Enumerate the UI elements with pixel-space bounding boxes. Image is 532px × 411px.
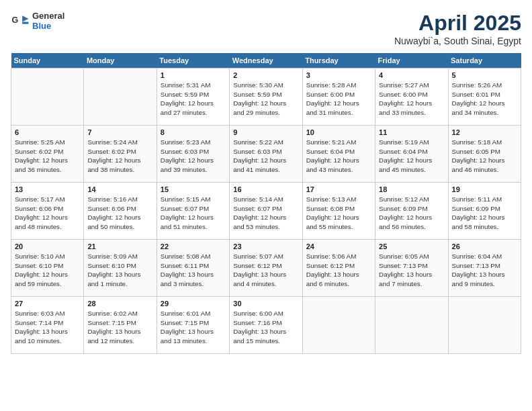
day-info: Sunrise: 5:27 AMSunset: 6:00 PMDaylight:…	[379, 81, 444, 118]
day-number: 24	[306, 242, 371, 250]
day-number: 30	[233, 300, 298, 308]
day-number: 21	[87, 242, 152, 250]
header-wednesday: Wednesday	[230, 53, 302, 68]
table-row	[84, 68, 157, 126]
day-number: 4	[379, 71, 444, 79]
day-info: Sunrise: 5:31 AMSunset: 5:59 PMDaylight:…	[161, 81, 226, 118]
table-row: 3Sunrise: 5:28 AMSunset: 6:00 PMDaylight…	[302, 68, 375, 126]
day-info: Sunrise: 5:15 AMSunset: 6:07 PMDaylight:…	[161, 195, 226, 232]
day-info: Sunrise: 5:07 AMSunset: 6:12 PMDaylight:…	[233, 252, 298, 289]
day-info: Sunrise: 5:25 AMSunset: 6:02 PMDaylight:…	[15, 138, 80, 175]
table-row: 12Sunrise: 5:18 AMSunset: 6:05 PMDayligh…	[448, 126, 521, 183]
day-info: Sunrise: 5:24 AMSunset: 6:02 PMDaylight:…	[87, 138, 152, 175]
table-row: 15Sunrise: 5:15 AMSunset: 6:07 PMDayligh…	[157, 183, 229, 240]
day-number: 19	[452, 185, 517, 193]
table-row: 27Sunrise: 6:03 AMSunset: 7:14 PMDayligh…	[11, 297, 84, 354]
title-block: April 2025 Nuwaybi`a, South Sinai, Egypt	[394, 11, 521, 46]
calendar-week-row: 27Sunrise: 6:03 AMSunset: 7:14 PMDayligh…	[11, 297, 521, 354]
day-info: Sunrise: 5:17 AMSunset: 6:06 PMDaylight:…	[15, 195, 80, 232]
day-info: Sunrise: 5:22 AMSunset: 6:03 PMDaylight:…	[233, 138, 298, 175]
svg-text:G: G	[12, 15, 19, 25]
day-number: 22	[161, 242, 226, 250]
day-info: Sunrise: 6:00 AMSunset: 7:16 PMDaylight:…	[233, 309, 298, 346]
day-info: Sunrise: 6:02 AMSunset: 7:15 PMDaylight:…	[87, 309, 152, 346]
logo-blue: Blue	[32, 21, 64, 31]
table-row: 6Sunrise: 5:25 AMSunset: 6:02 PMDaylight…	[11, 126, 84, 183]
table-row: 14Sunrise: 5:16 AMSunset: 6:06 PMDayligh…	[84, 183, 157, 240]
day-number: 10	[306, 128, 371, 136]
logo-text: General Blue	[32, 11, 64, 31]
table-row: 19Sunrise: 5:11 AMSunset: 6:09 PMDayligh…	[448, 183, 521, 240]
day-number: 28	[87, 300, 152, 308]
day-number: 17	[306, 185, 371, 193]
table-row: 7Sunrise: 5:24 AMSunset: 6:02 PMDaylight…	[84, 126, 157, 183]
logo: G General Blue	[11, 11, 64, 31]
calendar-table: Sunday Monday Tuesday Wednesday Thursday…	[11, 53, 521, 354]
table-row: 5Sunrise: 5:26 AMSunset: 6:01 PMDaylight…	[448, 68, 521, 126]
day-number: 12	[452, 128, 517, 136]
table-row	[11, 68, 84, 126]
day-number: 23	[233, 242, 298, 250]
day-number: 8	[161, 128, 226, 136]
header-tuesday: Tuesday	[157, 53, 229, 68]
day-number: 11	[379, 128, 444, 136]
day-info: Sunrise: 6:01 AMSunset: 7:15 PMDaylight:…	[161, 309, 226, 346]
day-number: 14	[87, 185, 152, 193]
table-row: 11Sunrise: 5:19 AMSunset: 6:04 PMDayligh…	[375, 126, 448, 183]
weekday-header-row: Sunday Monday Tuesday Wednesday Thursday…	[11, 53, 521, 68]
table-row: 18Sunrise: 5:12 AMSunset: 6:09 PMDayligh…	[375, 183, 448, 240]
table-row: 26Sunrise: 6:04 AMSunset: 7:13 PMDayligh…	[448, 240, 521, 297]
calendar-week-row: 1Sunrise: 5:31 AMSunset: 5:59 PMDaylight…	[11, 68, 521, 126]
table-row: 17Sunrise: 5:13 AMSunset: 6:08 PMDayligh…	[302, 183, 375, 240]
header-monday: Monday	[84, 53, 157, 68]
table-row: 9Sunrise: 5:22 AMSunset: 6:03 PMDaylight…	[230, 126, 302, 183]
table-row: 23Sunrise: 5:07 AMSunset: 6:12 PMDayligh…	[230, 240, 302, 297]
table-row: 1Sunrise: 5:31 AMSunset: 5:59 PMDaylight…	[157, 68, 229, 126]
day-info: Sunrise: 6:05 AMSunset: 7:13 PMDaylight:…	[379, 252, 444, 289]
day-number: 16	[233, 185, 298, 193]
day-number: 15	[161, 185, 226, 193]
header-saturday: Saturday	[448, 53, 521, 68]
logo-general: General	[32, 11, 64, 21]
table-row: 28Sunrise: 6:02 AMSunset: 7:15 PMDayligh…	[84, 297, 157, 354]
day-info: Sunrise: 5:12 AMSunset: 6:09 PMDaylight:…	[379, 195, 444, 232]
day-info: Sunrise: 5:26 AMSunset: 6:01 PMDaylight:…	[452, 81, 517, 118]
day-info: Sunrise: 5:11 AMSunset: 6:09 PMDaylight:…	[452, 195, 517, 232]
day-number: 26	[452, 242, 517, 250]
day-info: Sunrise: 5:30 AMSunset: 5:59 PMDaylight:…	[233, 81, 298, 118]
table-row: 22Sunrise: 5:08 AMSunset: 6:11 PMDayligh…	[157, 240, 229, 297]
day-number: 7	[87, 128, 152, 136]
day-info: Sunrise: 5:10 AMSunset: 6:10 PMDaylight:…	[15, 252, 80, 289]
table-row: 2Sunrise: 5:30 AMSunset: 5:59 PMDaylight…	[230, 68, 302, 126]
day-number: 1	[161, 71, 226, 79]
day-number: 6	[15, 128, 80, 136]
day-number: 9	[233, 128, 298, 136]
day-info: Sunrise: 5:08 AMSunset: 6:11 PMDaylight:…	[161, 252, 226, 289]
day-info: Sunrise: 6:03 AMSunset: 7:14 PMDaylight:…	[15, 309, 80, 346]
day-number: 25	[379, 242, 444, 250]
svg-rect-3	[22, 22, 28, 24]
header-sunday: Sunday	[11, 53, 84, 68]
day-number: 13	[15, 185, 80, 193]
day-info: Sunrise: 5:23 AMSunset: 6:03 PMDaylight:…	[161, 138, 226, 175]
day-info: Sunrise: 5:28 AMSunset: 6:00 PMDaylight:…	[306, 81, 371, 118]
table-row: 29Sunrise: 6:01 AMSunset: 7:15 PMDayligh…	[157, 297, 229, 354]
logo-icon: G	[11, 11, 30, 30]
table-row: 25Sunrise: 6:05 AMSunset: 7:13 PMDayligh…	[375, 240, 448, 297]
table-row: 21Sunrise: 5:09 AMSunset: 6:10 PMDayligh…	[84, 240, 157, 297]
page-header: G General Blue April 2025 Nuwaybi`a, Sou…	[11, 11, 521, 46]
header-friday: Friday	[375, 53, 448, 68]
table-row: 24Sunrise: 5:06 AMSunset: 6:12 PMDayligh…	[302, 240, 375, 297]
location-title: Nuwaybi`a, South Sinai, Egypt	[394, 36, 521, 46]
header-thursday: Thursday	[302, 53, 375, 68]
day-number: 29	[161, 300, 226, 308]
table-row	[302, 297, 375, 354]
day-info: Sunrise: 6:04 AMSunset: 7:13 PMDaylight:…	[452, 252, 517, 289]
calendar-week-row: 6Sunrise: 5:25 AMSunset: 6:02 PMDaylight…	[11, 126, 521, 183]
day-info: Sunrise: 5:16 AMSunset: 6:06 PMDaylight:…	[87, 195, 152, 232]
month-title: April 2025	[394, 11, 521, 36]
day-number: 27	[15, 300, 80, 308]
table-row	[375, 297, 448, 354]
day-number: 2	[233, 71, 298, 79]
table-row: 16Sunrise: 5:14 AMSunset: 6:07 PMDayligh…	[230, 183, 302, 240]
